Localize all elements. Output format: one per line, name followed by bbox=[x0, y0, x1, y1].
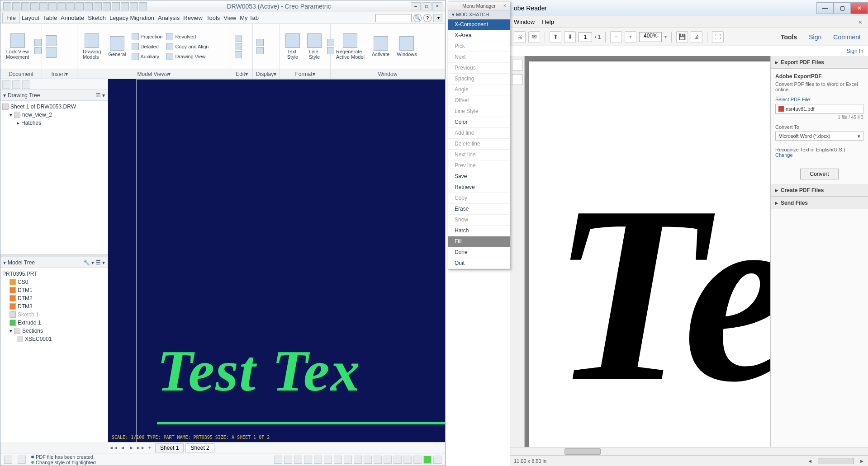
edit-icon[interactable] bbox=[235, 51, 242, 58]
scrollbar-thumb[interactable] bbox=[564, 448, 601, 455]
tool-icon[interactable] bbox=[354, 456, 362, 464]
print-icon[interactable]: 🖨 bbox=[514, 31, 526, 43]
tool-icon[interactable] bbox=[364, 456, 372, 464]
adobe-document-area[interactable]: Te bbox=[525, 56, 770, 447]
general-button[interactable]: General bbox=[106, 35, 128, 58]
menu-item[interactable]: X-Area bbox=[448, 30, 510, 41]
convert-to-select[interactable]: Microsoft Word (*.docx) ▾ bbox=[775, 132, 863, 141]
projection-button[interactable]: Projection bbox=[132, 32, 163, 41]
print-icon[interactable]: 🗎 bbox=[691, 31, 702, 43]
menu-help[interactable]: Help bbox=[542, 19, 554, 25]
tree-item[interactable]: DTM1 bbox=[2, 286, 106, 294]
create-pdf-header[interactable]: ▸ Create PDF Files bbox=[771, 184, 868, 197]
edit-icon[interactable] bbox=[235, 43, 242, 50]
menu-item[interactable]: X-Component bbox=[448, 19, 510, 30]
menu-annotate[interactable]: Annotate bbox=[59, 13, 86, 23]
tree-item[interactable]: ▾ new_view_2 bbox=[2, 111, 106, 119]
selected-file[interactable]: nsr4uv81.pdf bbox=[775, 104, 863, 114]
tree-item[interactable]: Sheet 1 of DRW0053.DRW bbox=[2, 103, 106, 111]
qat-icon[interactable] bbox=[139, 2, 147, 10]
tree-item[interactable]: ▾ Sections bbox=[2, 327, 106, 335]
menu-file[interactable]: File bbox=[2, 13, 20, 23]
minimize-button[interactable]: – bbox=[411, 2, 421, 10]
tool-icon[interactable] bbox=[284, 456, 292, 464]
text-style-button[interactable]: Text Style bbox=[284, 33, 302, 61]
change-link[interactable]: Change bbox=[775, 152, 863, 158]
thumbnails-icon[interactable] bbox=[512, 60, 523, 71]
tool-icon[interactable] bbox=[274, 456, 282, 464]
qat-icon[interactable] bbox=[94, 2, 102, 10]
ribbon-small-icon[interactable] bbox=[46, 47, 57, 58]
sign-button[interactable]: Sign bbox=[805, 32, 825, 42]
lock-view-button[interactable]: Lock View Movement bbox=[4, 33, 31, 61]
close-doc-button[interactable]: × bbox=[856, 18, 864, 26]
export-header[interactable]: ▸ Export PDF Files bbox=[771, 56, 868, 69]
save-icon[interactable]: 💾 bbox=[676, 31, 688, 43]
status-icon[interactable] bbox=[18, 456, 26, 464]
maximize-button[interactable]: □ bbox=[422, 2, 432, 10]
display-icon[interactable] bbox=[256, 39, 264, 46]
tree-item[interactable]: ▸ Hatches bbox=[2, 119, 106, 127]
attachments-icon[interactable] bbox=[512, 74, 523, 85]
qat-icon[interactable] bbox=[21, 2, 29, 10]
menu-item[interactable]: Hatch bbox=[448, 226, 510, 236]
maximize-button[interactable]: ▢ bbox=[834, 2, 851, 14]
menu-item[interactable]: Retrieve bbox=[448, 182, 510, 193]
display-icon[interactable] bbox=[256, 47, 264, 54]
sign-in-link[interactable]: Sign In bbox=[510, 46, 868, 56]
menu-item[interactable]: Color bbox=[448, 117, 510, 128]
tree-item[interactable]: PRT0395.PRT bbox=[2, 270, 106, 278]
ribbon-small-icon[interactable] bbox=[34, 39, 42, 46]
sheet-nav-next[interactable]: ► bbox=[128, 444, 135, 452]
ribbon-small-icon[interactable] bbox=[46, 35, 57, 46]
comment-button[interactable]: Comment bbox=[830, 32, 864, 42]
zoom-level[interactable]: 400% bbox=[639, 32, 662, 42]
tool-icon[interactable] bbox=[384, 456, 392, 464]
menu-layout[interactable]: Layout bbox=[20, 13, 41, 23]
menu-view[interactable]: View bbox=[222, 13, 238, 23]
line-style-button[interactable]: Line Style bbox=[305, 33, 323, 61]
zoom-out-icon[interactable]: − bbox=[610, 31, 622, 43]
qat-icon[interactable] bbox=[48, 2, 57, 10]
qat-icon[interactable] bbox=[85, 2, 93, 10]
menu-manager-close[interactable]: × bbox=[502, 2, 508, 9]
edit-icon[interactable] bbox=[235, 35, 242, 42]
page-down-icon[interactable]: ⬇ bbox=[564, 31, 576, 43]
sheet-nav-prev[interactable]: ◄ bbox=[119, 444, 126, 452]
send-files-header[interactable]: ▸ Send Files bbox=[771, 197, 868, 209]
drawing-canvas[interactable]: Test Tex SECTION XSEC0001-XSEC0001 X.X +… bbox=[108, 79, 445, 442]
tool-icon[interactable] bbox=[374, 456, 382, 464]
menu-item[interactable]: Quit bbox=[448, 258, 510, 269]
qat-icon[interactable] bbox=[103, 2, 111, 10]
menu-mytab[interactable]: My Tab bbox=[238, 13, 261, 23]
sheet-tab-2[interactable]: Sheet 2 bbox=[185, 443, 214, 452]
tool-icon[interactable] bbox=[314, 456, 322, 464]
qat-icon[interactable] bbox=[12, 2, 20, 10]
qat-icon[interactable] bbox=[130, 2, 138, 10]
tool-icon[interactable] bbox=[334, 456, 342, 464]
menu-item[interactable]: Fill bbox=[448, 236, 510, 247]
qat-icon[interactable] bbox=[112, 2, 120, 10]
tree-item[interactable]: XSEC0001 bbox=[2, 335, 106, 343]
close-button[interactable]: ✕ bbox=[851, 2, 868, 14]
drawing-view-button[interactable]: Drawing View bbox=[166, 52, 209, 61]
tree-item[interactable]: Extrude 1 bbox=[2, 319, 106, 327]
menu-item[interactable]: Done bbox=[448, 247, 510, 258]
menu-legacy[interactable]: Legacy Migration bbox=[108, 13, 156, 23]
tool-icon[interactable] bbox=[413, 456, 422, 464]
fullscreen-icon[interactable]: ⛶ bbox=[712, 31, 724, 43]
sidebar-icon[interactable] bbox=[22, 80, 30, 89]
tree-item[interactable]: DTM3 bbox=[2, 302, 106, 311]
page-number-input[interactable] bbox=[579, 32, 592, 42]
qat-icon[interactable] bbox=[57, 2, 66, 10]
status-scrollbar[interactable] bbox=[818, 458, 854, 464]
adobe-hscrollbar[interactable] bbox=[510, 447, 868, 455]
qat-icon[interactable] bbox=[121, 2, 129, 10]
tree-item[interactable]: Sketch 1 bbox=[2, 311, 106, 319]
page-up-icon[interactable]: ⬆ bbox=[550, 31, 561, 43]
tool-icon[interactable] bbox=[433, 456, 441, 464]
search-icon[interactable]: 🔍 bbox=[413, 14, 422, 22]
qat-icon[interactable] bbox=[3, 2, 11, 10]
sheet-tab-1[interactable]: Sheet 1 bbox=[155, 443, 184, 452]
ribbon-collapse-icon[interactable]: ▾ bbox=[433, 14, 443, 22]
